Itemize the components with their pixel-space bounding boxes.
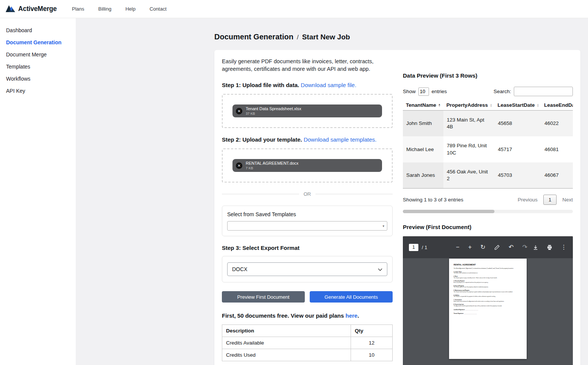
undo-icon[interactable]: ↶	[508, 244, 513, 250]
sidebar-item-document-merge[interactable]: Document Merge	[0, 48, 76, 61]
free-plan-note: First, 50 documents free. View our paid …	[222, 312, 393, 319]
top-nav-links: Plans Billing Help Contact	[72, 6, 167, 12]
sidebar-item-api-key[interactable]: API Key	[0, 85, 76, 97]
zoom-out-icon[interactable]: −	[456, 244, 459, 250]
remove-template-file-icon[interactable]: ✕	[236, 162, 242, 169]
pdf-page-number-input[interactable]: 1	[409, 244, 418, 251]
page-title: Document Generation / Start New Job	[214, 33, 580, 42]
section-body: The lease shall commence on and terminat…	[454, 273, 522, 274]
step1-label-text: Step 1: Upload file with data.	[222, 82, 299, 88]
table-row: Michael Lee 789 Pine Rd, Unit 10C 45717 …	[403, 136, 573, 162]
section-body: This Agreement shall be governed by the …	[454, 306, 522, 307]
credits-used-value: 10	[351, 349, 393, 361]
table-row: John Smith 123 Main St, Apt 4B 45658 460…	[403, 111, 573, 137]
cell-lease-end: 46067	[541, 162, 573, 189]
data-table-container: TenantName▲▼ PropertyAddress▲▼ LeaseStar…	[403, 100, 573, 189]
pagination: Previous 1 Next	[518, 195, 573, 205]
nav-link-billing[interactable]: Billing	[98, 6, 112, 12]
generate-all-documents-button[interactable]: Generate All Documents	[310, 291, 393, 303]
nav-link-plans[interactable]: Plans	[72, 6, 84, 12]
saved-templates-select[interactable]: ▾	[227, 221, 387, 231]
remove-data-file-icon[interactable]: ✕	[236, 108, 242, 114]
cell-tenant-name: John Smith	[403, 111, 443, 137]
job-setup-column: Easily generate PDF documents like invoi…	[222, 58, 393, 365]
data-file-name: Tenant Data Spreadsheet.xlsx	[246, 106, 301, 111]
document-preview-title: Preview (First Document)	[403, 224, 573, 230]
section-body: The Tenant is responsible for payment of…	[454, 296, 522, 298]
download-icon[interactable]	[533, 245, 538, 250]
cell-lease-start: 45658	[494, 111, 541, 137]
page-length-input[interactable]	[418, 87, 429, 96]
chevron-down-icon: ▾	[382, 224, 384, 228]
sidebar-item-document-generation[interactable]: Document Generation	[0, 36, 76, 48]
pdf-page-count: / 1	[422, 245, 427, 250]
table-horizontal-scrollbar[interactable]	[403, 210, 573, 213]
nav-link-contact[interactable]: Contact	[150, 6, 167, 12]
data-preview-table: TenantName▲▼ PropertyAddress▲▼ LeaseStar…	[403, 100, 573, 189]
data-file-chip: ✕ Tenant Data Spreadsheet.xlsx 37 KB	[232, 105, 382, 117]
column-header-leaseenddate[interactable]: LeaseEndDate▲▼	[541, 100, 573, 111]
step2-label: Step 2: Upload your template. Download s…	[222, 136, 393, 143]
nav-link-help[interactable]: Help	[125, 6, 136, 12]
sidebar-item-workflows[interactable]: Workflows	[0, 73, 76, 85]
table-row: Sarah Jones 456 Oak Ave, Unit 2 45703 46…	[403, 162, 573, 189]
pdf-page: RENTAL AGREEMENT This Rental Agreement (…	[449, 259, 527, 359]
column-label: LeaseStartDate	[498, 102, 535, 108]
current-page-button[interactable]: 1	[543, 195, 557, 205]
template-file-dropzone[interactable]: ✕ RENTAL AGREEMENT.docx 7 KB	[222, 148, 393, 182]
section-body: Either party may terminate this Agreemen…	[454, 301, 522, 302]
download-sample-templates-link[interactable]: Download sample templates.	[304, 136, 377, 143]
data-file-dropzone[interactable]: ✕ Tenant Data Spreadsheet.xlsx 37 KB	[222, 94, 393, 128]
cell-tenant-name: Michael Lee	[403, 136, 443, 162]
document-intro: This Rental Agreement ("Agreement") is e…	[454, 268, 522, 269]
column-label: PropertyAddress	[446, 102, 488, 108]
cell-lease-end: 46022	[541, 111, 573, 137]
action-buttons: Preview First Document Generate All Docu…	[222, 291, 393, 303]
brand[interactable]: ActiveMerge	[5, 4, 72, 14]
more-options-icon[interactable]: ⋮	[561, 244, 567, 250]
search-control: Search:	[493, 87, 573, 96]
export-format-panel: DOCX	[222, 256, 393, 282]
intro-text: Easily generate PDF documents like invoi…	[222, 58, 393, 73]
download-sample-file-link[interactable]: Download sample file.	[301, 82, 356, 88]
search-input[interactable]	[514, 87, 573, 96]
annotate-pen-icon[interactable]	[494, 245, 500, 250]
scrollbar-thumb[interactable]	[403, 210, 494, 213]
or-divider: OR	[222, 191, 393, 197]
template-file-size: 7 KB	[246, 166, 298, 170]
breadcrumb-separator: /	[297, 33, 299, 42]
export-format-select[interactable]: DOCX	[227, 262, 387, 276]
show-label: Show	[403, 89, 416, 94]
rotate-icon[interactable]: ↻	[480, 244, 485, 250]
free-plan-note-period: .	[357, 312, 359, 319]
document-heading: RENTAL AGREEMENT	[454, 264, 522, 266]
sidebar-item-templates[interactable]: Templates	[0, 61, 76, 73]
column-header-propertyaddress[interactable]: PropertyAddress▲▼	[443, 100, 494, 111]
sort-icon: ▲▼	[438, 103, 441, 107]
paid-plans-link[interactable]: here	[345, 312, 357, 319]
export-format-value: DOCX	[232, 266, 247, 272]
credits-available-value: 12	[351, 337, 393, 349]
column-header-tenantname[interactable]: TenantName▲▼	[403, 100, 443, 111]
table-row: Credits Used 10	[222, 349, 393, 361]
template-file-name: RENTAL AGREEMENT.docx	[246, 161, 298, 166]
or-label: OR	[304, 191, 311, 197]
zoom-in-icon[interactable]: +	[468, 244, 471, 250]
cell-lease-start: 45703	[494, 162, 541, 189]
print-icon[interactable]	[547, 245, 552, 250]
next-page-button[interactable]: Next	[562, 197, 573, 203]
section-body: A security deposit of is required and mu…	[454, 282, 522, 284]
step3-label: Step 3: Select Export Format	[222, 245, 393, 251]
sort-icon: ▲▼	[537, 103, 539, 107]
job-card: Easily generate PDF documents like invoi…	[214, 50, 580, 365]
data-table-footer: Showing 1 to 3 of 3 entries Previous 1 N…	[403, 195, 573, 205]
template-file-chip: ✕ RENTAL AGREEMENT.docx 7 KB	[232, 159, 382, 172]
previous-page-button[interactable]: Previous	[518, 197, 538, 203]
sidebar-item-dashboard[interactable]: Dashboard	[0, 24, 76, 36]
pdf-toolbar-center: − + ↻ ↶ ↷	[451, 244, 533, 250]
preview-first-document-button[interactable]: Preview First Document	[222, 291, 305, 303]
redo-icon[interactable]: ↷	[522, 244, 527, 250]
column-header-leasestartdate[interactable]: LeaseStartDate▲▼	[494, 100, 541, 111]
page-title-sub: Start New Job	[302, 33, 350, 41]
cell-tenant-name: Sarah Jones	[403, 162, 443, 189]
